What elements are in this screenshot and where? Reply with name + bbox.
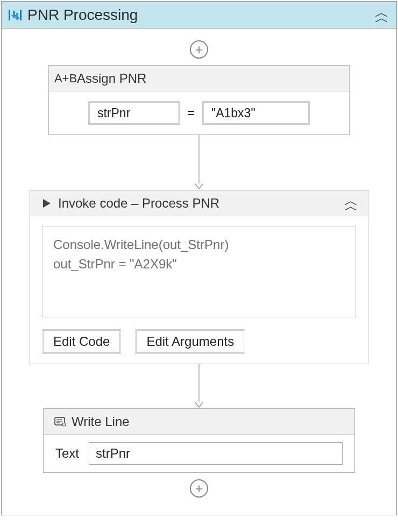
invoke-header[interactable]: Invoke code – Process PNR ︿︿ (30, 190, 368, 216)
write-line-activity[interactable]: Write Line Text strPnr (43, 408, 355, 473)
assign-row: strPnr = "A1bx3" (61, 101, 337, 125)
collapse-icon[interactable]: ︿︿ (375, 10, 391, 20)
edit-arguments-button[interactable]: Edit Arguments (135, 329, 245, 354)
sequence-title: PNR Processing (27, 6, 375, 24)
add-activity-top-button[interactable]: + (190, 40, 208, 59)
write-line-text-input[interactable]: strPnr (89, 442, 343, 465)
svg-point-7 (62, 423, 66, 426)
sequence-icon (7, 7, 23, 23)
svg-rect-1 (20, 10, 22, 20)
sequence-header[interactable]: PNR Processing ︿︿ (2, 2, 396, 29)
assign-title: Assign PNR (77, 71, 342, 86)
write-line-text-label: Text (55, 446, 79, 461)
assign-header[interactable]: A+B Assign PNR (49, 66, 349, 91)
equals-label: = (187, 105, 195, 120)
flow-arrow (195, 364, 203, 408)
flow-arrow (195, 135, 203, 190)
sequence-body: + A+B Assign PNR strPnr = "A1bx3" (2, 29, 396, 515)
assign-icon: A+B (56, 72, 75, 86)
svg-rect-0 (9, 10, 10, 20)
edit-code-button[interactable]: Edit Code (42, 329, 121, 354)
invoke-code-activity[interactable]: Invoke code – Process PNR ︿︿ Console.Wri… (30, 190, 368, 364)
write-line-icon (51, 416, 69, 427)
sequence-activity[interactable]: PNR Processing ︿︿ + A+B Assign PNR strPn… (1, 1, 397, 515)
invoke-code-preview[interactable]: Console.WriteLine(out_StrPnr) out_StrPnr… (42, 226, 356, 317)
add-activity-bottom-button[interactable]: + (190, 479, 208, 498)
play-icon (38, 198, 56, 209)
assign-activity[interactable]: A+B Assign PNR strPnr = "A1bx3" (48, 65, 350, 135)
assign-value-input[interactable]: "A1bx3" (202, 101, 310, 125)
svg-marker-2 (43, 199, 51, 208)
collapse-icon[interactable]: ︿︿ (344, 198, 360, 209)
invoke-title: Invoke code – Process PNR (58, 196, 344, 211)
write-line-header[interactable]: Write Line (44, 409, 354, 435)
assign-to-input[interactable]: strPnr (88, 101, 180, 125)
write-line-title: Write Line (72, 414, 347, 429)
